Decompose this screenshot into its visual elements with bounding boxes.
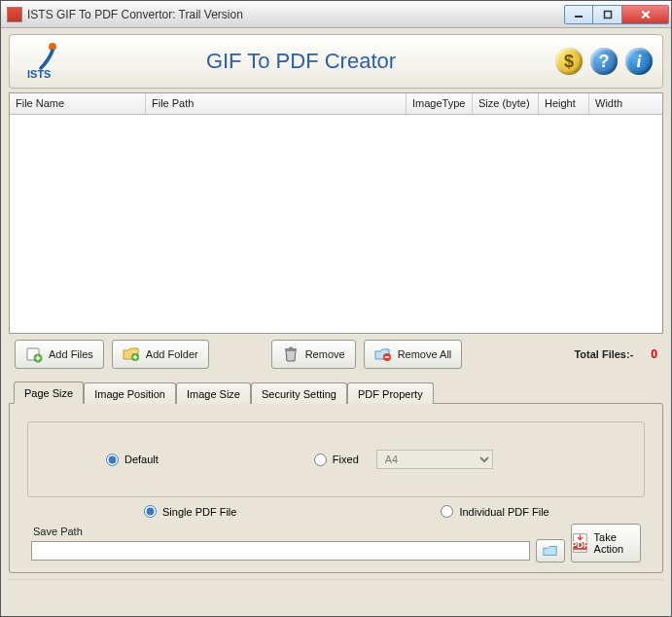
tab-pdf-property[interactable]: PDF Property (347, 382, 434, 404)
take-action-label: Take Action (594, 531, 640, 555)
radio-fixed[interactable]: Fixed (314, 454, 359, 466)
output-mode-row: Single PDF File Individual PDF File (27, 497, 645, 522)
radio-individual-input[interactable] (441, 505, 453, 518)
remove-all-button[interactable]: Remove All (364, 340, 463, 369)
client-area: ISTS GIF To PDF Creator $ ? i File Name … (1, 28, 671, 616)
radio-individual-label: Individual PDF File (459, 506, 548, 518)
grid-header: File Name File Path ImageType Size (byte… (10, 93, 662, 115)
remove-all-icon (374, 345, 392, 363)
file-grid: File Name File Path ImageType Size (byte… (9, 92, 663, 334)
header-panel: ISTS GIF To PDF Creator $ ? i (9, 34, 663, 89)
radio-fixed-label: Fixed (333, 454, 359, 465)
col-image-type[interactable]: ImageType (407, 93, 473, 114)
col-size[interactable]: Size (byte) (473, 93, 539, 114)
logo: ISTS (19, 41, 86, 82)
add-folder-button[interactable]: Add Folder (112, 340, 209, 369)
titlebar[interactable]: ISTS GIF To PDF Convertor: Trail Version (1, 1, 671, 28)
add-files-button[interactable]: Add Files (15, 340, 104, 369)
actions-row: Add Files Add Folder Remove Remove All T… (9, 340, 663, 377)
add-folder-icon (123, 345, 140, 363)
svg-text:PDF: PDF (572, 540, 589, 550)
info-icon[interactable]: i (625, 48, 653, 75)
save-path-input[interactable] (31, 541, 530, 561)
save-path-row: Save Path PDF (27, 522, 645, 563)
svg-rect-14 (289, 347, 293, 349)
settings-tabs: Page Size Image Position Image Size Secu… (9, 381, 663, 573)
radio-single-input[interactable] (144, 505, 157, 518)
tab-security-setting[interactable]: Security Setting (251, 382, 347, 404)
tab-row: Page Size Image Position Image Size Secu… (9, 381, 663, 403)
svg-text:ISTS: ISTS (27, 68, 51, 80)
remove-label: Remove (305, 348, 345, 360)
col-width[interactable]: Width (589, 93, 662, 114)
grid-body[interactable] (10, 115, 662, 333)
tab-image-position[interactable]: Image Position (84, 382, 176, 404)
page-size-combo[interactable]: A4 (376, 450, 493, 469)
col-height[interactable]: Height (539, 93, 589, 114)
browse-button[interactable] (536, 539, 565, 563)
radio-single-label: Single PDF File (162, 506, 236, 518)
add-files-label: Add Files (49, 348, 93, 360)
close-button[interactable] (622, 5, 669, 24)
radio-fixed-input[interactable] (314, 454, 327, 466)
help-icon[interactable]: ? (590, 48, 618, 75)
trash-icon (282, 345, 300, 363)
fixed-row: Fixed A4 (314, 450, 493, 469)
maximize-button[interactable] (593, 5, 622, 24)
tab-page-size[interactable]: Page Size (14, 381, 84, 404)
radio-default-label: Default (124, 454, 159, 465)
take-action-button[interactable]: PDF Take Action (571, 524, 641, 563)
window-title: ISTS GIF To PDF Convertor: Trail Version (27, 8, 564, 21)
minimize-button[interactable] (564, 5, 593, 24)
status-bar (9, 579, 663, 583)
radio-individual-pdf[interactable]: Individual PDF File (441, 505, 548, 518)
app-title: GIF To PDF Creator (86, 49, 555, 74)
save-path-label: Save Path (31, 526, 565, 539)
col-file-name[interactable]: File Name (10, 93, 146, 114)
radio-default-input[interactable] (106, 454, 119, 466)
save-path-box: Save Path (31, 526, 565, 563)
folder-open-icon (543, 543, 558, 559)
window-controls (564, 5, 669, 24)
app-window: ISTS GIF To PDF Convertor: Trail Version… (0, 0, 672, 617)
add-folder-label: Add Folder (146, 348, 198, 360)
buy-icon[interactable]: $ (555, 48, 583, 75)
page-size-box: Default Fixed A4 (27, 421, 645, 497)
total-files-label: Total Files:- (574, 348, 633, 360)
radio-single-pdf[interactable]: Single PDF File (144, 505, 236, 518)
add-files-icon (25, 345, 43, 363)
app-icon (7, 7, 22, 22)
svg-rect-1 (604, 11, 611, 18)
radio-default[interactable]: Default (106, 454, 159, 466)
tab-content: Default Fixed A4 (9, 403, 663, 573)
col-file-path[interactable]: File Path (146, 93, 407, 114)
pdf-icon: PDF (572, 530, 590, 556)
tab-image-size[interactable]: Image Size (176, 382, 251, 404)
header-icons: $ ? i (555, 48, 653, 75)
remove-all-label: Remove All (398, 348, 452, 360)
remove-button[interactable]: Remove (271, 340, 356, 369)
total-files-count: 0 (651, 347, 657, 361)
